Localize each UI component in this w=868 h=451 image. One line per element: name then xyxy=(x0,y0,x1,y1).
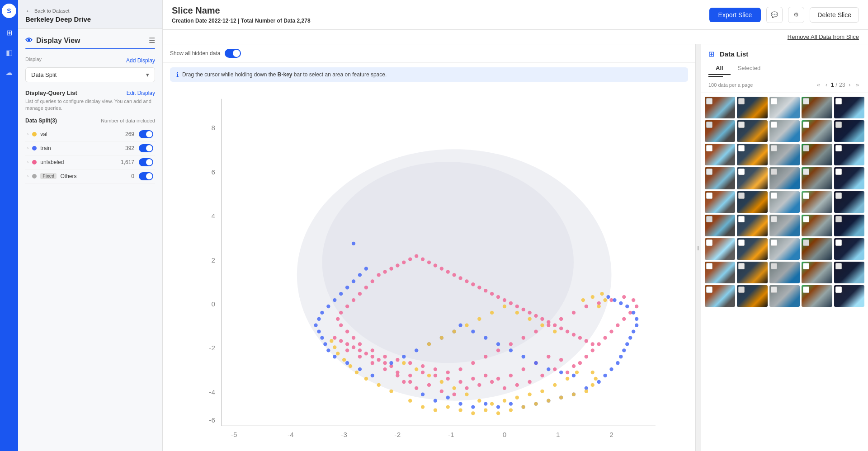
toggle-val[interactable] xyxy=(139,130,153,138)
delete-slice-button[interactable]: Delete Slice xyxy=(810,7,859,23)
list-item[interactable] xyxy=(802,144,832,165)
list-item[interactable] xyxy=(737,120,767,142)
image-checkbox[interactable] xyxy=(803,169,809,175)
image-checkbox[interactable] xyxy=(803,240,809,246)
list-item[interactable] xyxy=(834,191,864,213)
image-checkbox[interactable] xyxy=(706,193,712,199)
list-item[interactable] xyxy=(769,285,800,307)
nav-cloud-icon[interactable]: ☁ xyxy=(4,67,14,78)
image-checkbox[interactable] xyxy=(706,169,712,175)
image-checkbox[interactable] xyxy=(835,98,842,104)
chevron-icon-train[interactable]: › xyxy=(27,146,28,150)
show-hidden-toggle[interactable] xyxy=(225,49,241,58)
image-checkbox[interactable] xyxy=(835,193,842,199)
image-checkbox[interactable] xyxy=(738,263,745,269)
remove-data-link[interactable]: Remove All Data from Slice xyxy=(788,33,859,40)
add-display-link[interactable]: Add Display xyxy=(126,57,155,64)
list-item[interactable] xyxy=(769,97,800,118)
nav-home-icon[interactable]: ⊞ xyxy=(4,27,14,38)
list-item[interactable] xyxy=(834,120,864,142)
image-checkbox[interactable] xyxy=(835,263,842,269)
chevron-icon-unlabeled[interactable]: › xyxy=(27,160,28,164)
nav-layers-icon[interactable]: ◧ xyxy=(4,47,14,58)
image-checkbox[interactable] xyxy=(706,240,712,246)
scatter-container[interactable]: 8 6 4 2 0 -2 -4 -6 -5 -4 -3 -2 -1 0 1 xyxy=(163,86,695,451)
list-item[interactable] xyxy=(802,120,832,142)
list-item[interactable] xyxy=(737,167,767,189)
image-checkbox[interactable] xyxy=(803,98,809,104)
image-checkbox[interactable] xyxy=(706,263,712,269)
image-checkbox[interactable] xyxy=(835,145,842,151)
image-checkbox[interactable] xyxy=(835,169,842,175)
list-item[interactable] xyxy=(705,144,735,165)
image-checkbox[interactable] xyxy=(771,287,777,293)
last-page-button[interactable]: » xyxy=(854,81,861,89)
image-checkbox[interactable] xyxy=(738,240,745,246)
toggle-unlabeled[interactable] xyxy=(139,158,153,166)
image-checkbox[interactable] xyxy=(706,287,712,293)
list-item[interactable] xyxy=(834,238,864,260)
tab-all[interactable]: All xyxy=(708,62,731,75)
list-item[interactable] xyxy=(737,262,767,283)
chevron-icon-val[interactable]: › xyxy=(27,132,28,136)
image-checkbox[interactable] xyxy=(771,98,777,104)
image-checkbox[interactable] xyxy=(803,287,809,293)
image-checkbox[interactable] xyxy=(803,193,809,199)
image-checkbox[interactable] xyxy=(771,216,777,222)
image-checkbox[interactable] xyxy=(738,145,745,151)
list-item[interactable] xyxy=(705,191,735,213)
back-link[interactable]: ← Back to Dataset xyxy=(25,7,155,14)
list-item[interactable] xyxy=(737,285,767,307)
list-item[interactable] xyxy=(769,144,800,165)
image-checkbox[interactable] xyxy=(738,98,745,104)
image-checkbox[interactable] xyxy=(771,193,777,199)
image-checkbox[interactable] xyxy=(803,145,809,151)
image-checkbox[interactable] xyxy=(803,216,809,222)
list-item[interactable] xyxy=(769,238,800,260)
list-item[interactable] xyxy=(802,215,832,236)
tab-selected[interactable]: Selected xyxy=(731,62,768,75)
list-item[interactable] xyxy=(802,191,832,213)
collapse-handle[interactable]: ‖ xyxy=(695,44,701,451)
image-checkbox[interactable] xyxy=(803,122,809,128)
image-checkbox[interactable] xyxy=(738,193,745,199)
image-checkbox[interactable] xyxy=(706,98,712,104)
list-item[interactable] xyxy=(737,215,767,236)
image-checkbox[interactable] xyxy=(771,240,777,246)
image-checkbox[interactable] xyxy=(771,263,777,269)
export-slice-button[interactable]: Export Slice xyxy=(709,8,761,22)
list-item[interactable] xyxy=(705,238,735,260)
list-item[interactable] xyxy=(834,144,864,165)
list-item[interactable] xyxy=(737,144,767,165)
image-checkbox[interactable] xyxy=(706,122,712,128)
image-checkbox[interactable] xyxy=(835,287,842,293)
prev-page-button[interactable]: ‹ xyxy=(824,81,829,89)
edit-display-link[interactable]: Edit Display xyxy=(127,90,155,96)
next-page-button[interactable]: › xyxy=(847,81,852,89)
list-item[interactable] xyxy=(769,215,800,236)
image-checkbox[interactable] xyxy=(706,145,712,151)
image-checkbox[interactable] xyxy=(771,145,777,151)
toggle-train[interactable] xyxy=(139,144,153,152)
list-item[interactable] xyxy=(769,191,800,213)
list-item[interactable] xyxy=(769,262,800,283)
list-item[interactable] xyxy=(705,215,735,236)
list-item[interactable] xyxy=(834,262,864,283)
image-checkbox[interactable] xyxy=(771,169,777,175)
list-item[interactable] xyxy=(834,215,864,236)
image-checkbox[interactable] xyxy=(835,216,842,222)
list-item[interactable] xyxy=(802,285,832,307)
list-item[interactable] xyxy=(737,238,767,260)
chat-icon-button[interactable]: 💬 xyxy=(766,7,783,23)
list-item[interactable] xyxy=(705,167,735,189)
list-item[interactable] xyxy=(802,167,832,189)
list-item[interactable] xyxy=(737,97,767,118)
list-item[interactable] xyxy=(834,285,864,307)
list-item[interactable] xyxy=(769,120,800,142)
image-checkbox[interactable] xyxy=(835,240,842,246)
first-page-button[interactable]: « xyxy=(815,81,822,89)
list-item[interactable] xyxy=(705,262,735,283)
settings-icon-button[interactable]: ⚙ xyxy=(788,7,804,23)
list-item[interactable] xyxy=(705,285,735,307)
list-item[interactable] xyxy=(769,167,800,189)
